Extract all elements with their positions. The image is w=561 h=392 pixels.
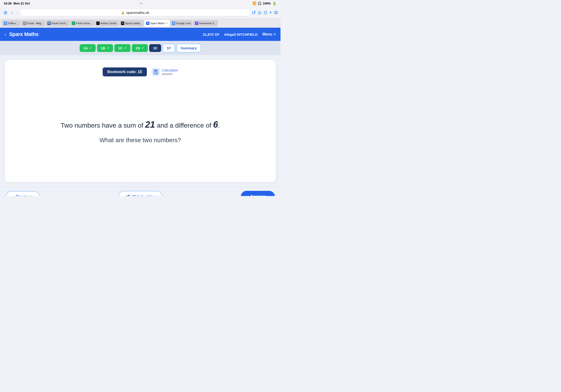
tab-label-sparx: Sparx Maths	[150, 22, 165, 25]
user-display: Abigail DITCHFIELD	[224, 33, 258, 36]
sparx-back-button[interactable]: ‹	[5, 32, 6, 37]
tab-bar: G 8 Minu... ✉ Email - Abig... W Desks Yo…	[0, 19, 280, 28]
svg-point-5	[154, 73, 155, 74]
question-text: Two numbers have a sum of 21 and a diffe…	[61, 88, 220, 174]
question-line2: What are these two numbers?	[100, 137, 181, 144]
share-button[interactable]: ⎙	[264, 10, 267, 15]
url-bar[interactable]: 🔒 sparxmaths.uk	[21, 9, 250, 16]
q-pre: Two numbers have a sum of	[61, 122, 145, 129]
hamburger-icon: ≡	[274, 32, 276, 36]
forward-button[interactable]: ›	[15, 9, 19, 16]
wifi-icon: 📶	[253, 2, 256, 5]
watch-video-button[interactable]: 📹 Watch video	[118, 191, 162, 196]
watch-label: Watch video	[132, 194, 155, 196]
tab-1A-label: 1A	[83, 46, 88, 50]
menu-button[interactable]: Menu ≡	[262, 32, 276, 36]
tab-favicon-w: W	[47, 22, 51, 25]
q-sum: 21	[145, 120, 155, 130]
calculator-icon	[151, 68, 160, 76]
tab-w[interactable]: W Desks You'll...	[46, 20, 70, 27]
tab-1C-check: ✓	[124, 46, 127, 50]
tab-favicon-fresh: ≡	[72, 22, 75, 25]
tab-summary[interactable]: Summary	[176, 44, 201, 52]
main-content: Bookwork code: 1E Calculator	[0, 55, 280, 187]
battery-icon: 🔋	[272, 1, 277, 6]
xp-display: 21,872 XP	[203, 33, 219, 36]
tab-label-lens: Google Lens	[176, 22, 191, 25]
tab-favicon-lens: G	[172, 22, 175, 25]
calculator-label: Calculator	[162, 68, 178, 72]
video-icon: 📹	[125, 194, 130, 196]
section-tabs: 1A ✓ 1B ✓ 1C ✓ 1D ✓ 1E 1F Summary	[0, 41, 280, 55]
download-button[interactable]: ⊙	[258, 10, 262, 15]
date-display: Mon 21 Oct	[13, 2, 30, 5]
svg-point-3	[155, 72, 156, 73]
previous-label: Previous	[16, 194, 33, 196]
tab-ashley[interactable]: A Ashley Centre	[95, 20, 119, 27]
answer-label: Answer	[250, 194, 265, 196]
lock-icon: 🔒	[121, 11, 125, 14]
browser-actions: ⊙ ⎙ + ⧉	[258, 10, 278, 15]
status-bar: 10:28 Mon 21 Oct ··· 📶 🎧 100% 🔋	[0, 0, 280, 7]
tab-1D-label: 1D	[136, 46, 140, 50]
tab-1B-label: 1B	[101, 46, 105, 50]
calculator-info: Calculator allowed	[151, 68, 178, 76]
tab-1C[interactable]: 1C ✓	[114, 44, 130, 52]
svg-point-6	[155, 73, 156, 74]
sparx-header-right: 21,872 XP Abigail DITCHFIELD Menu ≡	[203, 32, 276, 36]
tab-favicon-ashley: A	[96, 22, 100, 25]
tab-1E[interactable]: 1E	[149, 44, 161, 52]
tab-favicon-sparx: S	[146, 22, 149, 25]
sparx-logo: Sparx Maths	[9, 31, 39, 37]
tab-homework[interactable]: H Homework S...	[193, 20, 218, 27]
tab-label-ashley: Ashley Centre	[101, 22, 117, 25]
tab-1D[interactable]: 1D ✓	[132, 44, 148, 52]
tab-label-email: Email - Abig...	[27, 22, 43, 25]
tab-fresh[interactable]: ≡ Fresh home...	[70, 20, 94, 27]
calculator-sublabel: allowed	[162, 72, 178, 76]
tab-1E-label: 1E	[153, 46, 157, 50]
tab-email[interactable]: ✉ Email - Abig...	[21, 20, 45, 27]
tab-favicon-hw: H	[195, 22, 198, 25]
tab-google-lens[interactable]: G Google Lens	[170, 20, 193, 27]
tabs-button[interactable]: ⧉	[274, 10, 278, 15]
calculator-text: Calculator allowed	[162, 68, 178, 76]
bottom-bar: ‹ Previous 📹 Watch video Answer	[0, 187, 280, 196]
tab-close-sparx[interactable]: ✕	[166, 22, 168, 24]
question-card: Bookwork code: 1E Calculator	[5, 60, 276, 182]
new-tab-button[interactable]: +	[269, 10, 272, 15]
svg-point-2	[154, 72, 155, 73]
sidebar-toggle-button[interactable]: ⊞	[3, 9, 8, 16]
q-end: .	[218, 122, 220, 129]
tab-label-w: Desks You'll...	[52, 22, 68, 25]
tab-1C-label: 1C	[118, 46, 123, 50]
tab-favicon-g: G	[4, 22, 7, 25]
tab-jd[interactable]: JD Sports adida...	[119, 20, 144, 27]
tab-1A[interactable]: 1A ✓	[80, 44, 96, 52]
bookwork-code: Bookwork code: 1E	[103, 67, 147, 76]
q-mid: and a difference of	[155, 122, 213, 129]
tab-label-fresh: Fresh home...	[76, 22, 92, 25]
tab-label-jd: Sports adida...	[125, 22, 142, 25]
headphone-icon: 🎧	[258, 2, 261, 5]
tab-1D-check: ✓	[141, 46, 144, 50]
tab-favicon-jd: JD	[121, 22, 124, 25]
battery-percent: 100%	[263, 2, 271, 5]
sparx-header: ‹ Sparx Maths 21,872 XP Abigail DITCHFIE…	[0, 28, 280, 41]
svg-rect-1	[154, 70, 157, 71]
reload-button[interactable]: ↺	[252, 10, 256, 15]
back-button[interactable]: ‹	[10, 9, 13, 16]
tab-sparx[interactable]: S Sparx Maths ✕	[144, 20, 170, 27]
browser-toolbar: ⊞ ‹ › 🔒 sparxmaths.uk ↺ ⊙ ⎙ + ⧉	[0, 7, 280, 19]
tab-summary-label: Summary	[181, 46, 197, 50]
tab-1F[interactable]: 1F	[162, 44, 175, 52]
answer-button[interactable]: Answer	[241, 191, 275, 196]
time-display: 10:28	[4, 2, 11, 5]
menu-label: Menu	[262, 32, 272, 36]
tab-g[interactable]: G 8 Minu...	[2, 20, 21, 27]
tab-1B[interactable]: 1B ✓	[97, 44, 113, 52]
tab-1B-check: ✓	[107, 46, 109, 50]
question-line1: Two numbers have a sum of 21 and a diffe…	[61, 119, 220, 131]
previous-button[interactable]: ‹ Previous	[6, 191, 40, 196]
tab-label-g: 8 Minu...	[8, 22, 19, 25]
